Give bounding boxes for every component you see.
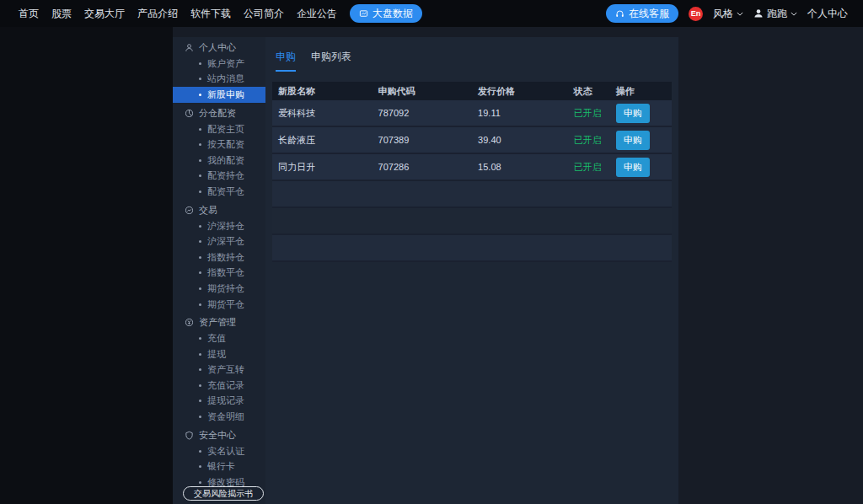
username-label: 跑跑 — [767, 7, 787, 21]
item-label: 按天配资 — [207, 138, 244, 151]
nav-announcements[interactable]: 企业公告 — [297, 7, 337, 21]
nav-trading-hall[interactable]: 交易大厅 — [84, 7, 125, 21]
bullet-icon — [199, 368, 201, 371]
stock-name: 长龄液压 — [272, 134, 378, 147]
sidebar-section-asset-management[interactable]: 资产管理 — [173, 314, 265, 330]
main-nav: 首页 股票 交易大厅 产品介绍 软件下载 公司简介 企业公告 大盘数据 — [0, 4, 422, 23]
table-empty-row — [272, 181, 672, 208]
section-label: 安全中心 — [199, 429, 236, 442]
sidebar-item-withdraw-records[interactable]: 提现记录 — [173, 394, 265, 410]
col-action: 操作 — [616, 85, 672, 98]
subscribe-code: 707286 — [378, 162, 479, 172]
item-label: 提现 — [207, 348, 226, 361]
col-issue-price: 发行价格 — [478, 85, 574, 98]
bullet-icon — [199, 240, 201, 243]
sidebar-item-bank-card[interactable]: 银行卡 — [173, 458, 265, 475]
nav-company-profile[interactable]: 公司简介 — [244, 7, 284, 21]
bullet-icon — [199, 303, 201, 306]
bullet-icon — [199, 416, 201, 418]
sidebar-item-index-close[interactable]: 指数平仓 — [173, 265, 265, 281]
sidebar-item-hs-positions[interactable]: 沪深持仓 — [173, 218, 265, 234]
item-label: 指数持仓 — [207, 251, 244, 264]
bullet-icon — [199, 94, 201, 96]
bullet-icon — [199, 271, 201, 274]
sidebar-item-deposit[interactable]: 充值 — [173, 330, 265, 346]
item-label: 期货持仓 — [207, 282, 244, 295]
table-row: 爱科科技 787092 19.11 已开启 申购 — [272, 100, 672, 127]
sidebar-item-ipo-subscribe[interactable]: 新股申购 — [173, 87, 265, 103]
sidebar-item-allocation-close[interactable]: 配资平仓 — [173, 184, 265, 200]
sidebar-item-fund-details[interactable]: 资金明细 — [173, 409, 265, 425]
table-row: 长龄液压 707389 39.40 已开启 申购 — [272, 127, 672, 154]
sidebar-section-personal-center[interactable]: 个人中心 — [173, 40, 265, 56]
section-label: 资产管理 — [199, 316, 236, 329]
sidebar-item-futures-close[interactable]: 期货平仓 — [173, 297, 265, 313]
nav-products[interactable]: 产品介绍 — [137, 7, 178, 21]
trade-icon — [185, 206, 194, 215]
nav-stocks[interactable]: 股票 — [51, 7, 72, 21]
language-badge[interactable]: En — [689, 7, 703, 21]
sidebar-item-my-allocation[interactable]: 我的配资 — [173, 153, 265, 169]
col-status: 状态 — [574, 85, 616, 98]
sidebar-item-allocation-home[interactable]: 配资主页 — [173, 121, 265, 137]
avatar-icon — [753, 8, 764, 19]
item-label: 充值记录 — [207, 379, 244, 392]
item-label: 资金明细 — [207, 410, 244, 423]
item-label: 指数平仓 — [207, 266, 244, 279]
issue-price: 19.11 — [478, 108, 574, 118]
style-label: 风格 — [713, 7, 733, 21]
nav-download[interactable]: 软件下载 — [190, 7, 231, 21]
sidebar-item-withdraw[interactable]: 提现 — [173, 346, 265, 362]
headset-icon — [615, 9, 624, 19]
subscribe-code: 707389 — [378, 135, 479, 145]
nav-right: 在线客服 En 风格 跑跑 — [606, 4, 863, 23]
sidebar-item-index-positions[interactable]: 指数持仓 — [173, 249, 265, 265]
main-panel: 申购 申购列表 新股名称 申购代码 发行价格 状态 操作 爱科科技 787092… — [265, 37, 678, 504]
ipo-table: 新股名称 申购代码 发行价格 状态 操作 爱科科技 787092 19.11 已… — [272, 82, 672, 262]
nav-personal-center[interactable]: 个人中心 — [807, 7, 848, 21]
nav-home[interactable]: 首页 — [19, 7, 39, 21]
sidebar-item-futures-positions[interactable]: 期货持仓 — [173, 281, 265, 297]
risk-disclosure-button[interactable]: 交易风险揭示书 — [183, 486, 264, 501]
bullet-icon — [199, 159, 201, 162]
item-label: 配资持仓 — [207, 169, 244, 182]
market-data-button[interactable]: 大盘数据 — [350, 4, 422, 23]
item-label: 沪深持仓 — [207, 220, 244, 233]
sidebar-item-deposit-records[interactable]: 充值记录 — [173, 378, 265, 394]
user-dropdown[interactable]: 跑跑 — [753, 7, 797, 21]
item-label: 新股申购 — [207, 88, 244, 101]
item-label: 期货平仓 — [207, 298, 244, 311]
bullet-icon — [199, 62, 201, 65]
status-badge: 已开启 — [574, 107, 616, 120]
item-label: 配资主页 — [207, 123, 244, 136]
item-label: 沪深平仓 — [207, 235, 244, 248]
chevron-down-icon — [791, 12, 797, 16]
subscribe-button[interactable]: 申购 — [616, 104, 650, 123]
sidebar-item-account-assets[interactable]: 账户资产 — [173, 56, 265, 72]
sidebar-section-trade[interactable]: 交易 — [173, 202, 265, 218]
sidebar-item-daily-allocation[interactable]: 按天配资 — [173, 137, 265, 153]
sidebar-section-security-center[interactable]: 安全中心 — [173, 427, 265, 443]
sidebar-item-allocation-positions[interactable]: 配资持仓 — [173, 169, 265, 185]
bullet-icon — [199, 399, 201, 402]
sidebar: 个人中心 账户资产 站内消息 新股申购 分仓配资 — [173, 37, 265, 504]
col-stock-name: 新股名称 — [272, 85, 378, 98]
subscribe-button[interactable]: 申购 — [616, 158, 650, 177]
sidebar-item-asset-transfer[interactable]: 资产互转 — [173, 362, 265, 378]
chevron-down-icon — [737, 12, 743, 16]
tab-subscribe[interactable]: 申购 — [276, 50, 296, 72]
bullet-icon — [199, 143, 201, 146]
style-dropdown[interactable]: 风格 — [713, 7, 743, 21]
item-label: 银行卡 — [207, 460, 235, 473]
sidebar-section-allocation[interactable]: 分仓配资 — [173, 105, 265, 121]
bullet-icon — [199, 190, 201, 193]
sidebar-item-hs-close[interactable]: 沪深平仓 — [173, 233, 265, 249]
bullet-icon — [199, 337, 201, 340]
online-service-button[interactable]: 在线客服 — [606, 4, 678, 23]
tab-subscribe-list[interactable]: 申购列表 — [311, 50, 351, 72]
stock-name: 爱科科技 — [272, 107, 378, 120]
sidebar-item-realname-auth[interactable]: 实名认证 — [173, 443, 265, 459]
item-label: 配资平仓 — [207, 185, 244, 198]
subscribe-button[interactable]: 申购 — [616, 131, 650, 150]
sidebar-item-site-messages[interactable]: 站内消息 — [173, 72, 265, 88]
